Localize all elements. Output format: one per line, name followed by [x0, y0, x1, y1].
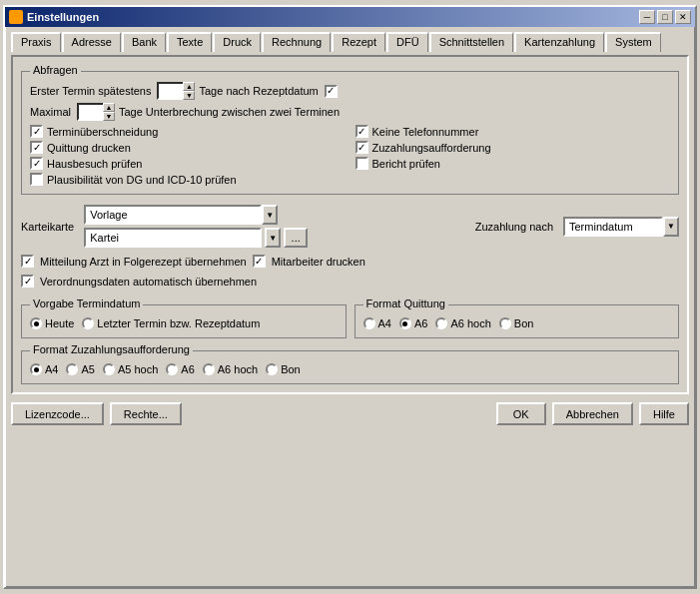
fz-a4-item: A4: [30, 363, 58, 375]
maximize-button[interactable]: □: [657, 10, 673, 24]
terminueberschneidung-checkbox[interactable]: [30, 125, 43, 138]
fq-a6hoch-label: A6 hoch: [450, 317, 490, 329]
tab-dfue[interactable]: DFÜ: [386, 32, 428, 52]
bottom-buttons: Lizenzcode... Rechte... OK Abbrechen Hil…: [11, 398, 689, 425]
heute-radio-item: Heute: [30, 317, 74, 329]
maximal-label: Maximal: [30, 106, 71, 118]
rechte-button[interactable]: Rechte...: [110, 402, 182, 425]
verordnungsdaten-checkbox[interactable]: [21, 275, 34, 288]
kartei-dropdown-btn[interactable]: ▼: [265, 228, 281, 248]
letzter-termin-radio[interactable]: [82, 317, 94, 329]
tab-rezept[interactable]: Rezept: [332, 32, 385, 52]
erster-termin-input[interactable]: 28: [161, 85, 183, 97]
abbrechen-button[interactable]: Abbrechen: [552, 402, 633, 425]
maximal-down[interactable]: ▼: [103, 112, 115, 121]
maximal-up[interactable]: ▲: [103, 103, 115, 112]
vorgabe-termindatum-radios: Heute Letzter Termin bzw. Rezeptdatum: [30, 317, 338, 329]
verordnungsdaten-row: Verordnungsdaten automatisch übernehmen: [21, 275, 679, 288]
maximal-spinbox[interactable]: 14 ▲ ▼: [77, 103, 113, 121]
tab-texte[interactable]: Texte: [167, 32, 212, 52]
erster-termin-spinbox[interactable]: 28 ▲ ▼: [157, 82, 193, 100]
vorlage-dropdown-btn[interactable]: ▼: [262, 205, 278, 225]
tage-unter-label: Tage Unterbrechung zwischen zwei Termine…: [119, 106, 340, 118]
maximal-row: Maximal 14 ▲ ▼ Tage Unterbrechung zwisch…: [30, 103, 670, 121]
format-zuzahlung-title: Format Zuzahlungsaufforderung: [30, 343, 193, 355]
bericht-pruefen-checkbox[interactable]: [355, 157, 368, 170]
ok-button[interactable]: OK: [496, 402, 546, 425]
fz-a5-radio[interactable]: [66, 363, 78, 375]
fq-bon-radio[interactable]: [499, 317, 511, 329]
fz-a5hoch-radio[interactable]: [103, 363, 115, 375]
fq-a4-item: A4: [363, 317, 391, 329]
plausibilitaet-row: Plausibilität von DG und ICD-10 prüfen: [30, 173, 346, 186]
mitteilung-arzt-label: Mitteilung Arzt in Folgerezept übernehme…: [40, 256, 247, 268]
quittung-drucken-checkbox[interactable]: [30, 141, 43, 154]
erster-termin-row: Erster Termin spätestens 28 ▲ ▼ Tage nac…: [30, 82, 670, 100]
fz-bon-label: Bon: [281, 363, 301, 375]
erster-termin-arrows: ▲ ▼: [183, 82, 195, 100]
fz-a4-radio[interactable]: [30, 363, 42, 375]
heute-radio[interactable]: [30, 317, 42, 329]
lizenzcode-button[interactable]: Lizenzcode...: [11, 402, 104, 425]
tage-nach-checkbox[interactable]: [325, 85, 338, 98]
fz-a5hoch-item: A5 hoch: [103, 363, 158, 375]
terminueberschneidung-label: Terminüberschneidung: [47, 126, 158, 138]
letzter-termin-radio-item: Letzter Termin bzw. Rezeptdatum: [82, 317, 260, 329]
tab-system[interactable]: System: [605, 32, 661, 52]
maximal-input[interactable]: 14: [81, 106, 103, 118]
abfragen-title: Abfragen: [30, 64, 81, 76]
fz-bon-radio[interactable]: [266, 363, 278, 375]
maximal-arrows: ▲ ▼: [103, 103, 115, 121]
hausbesuch-checkbox[interactable]: [30, 157, 43, 170]
mitarbeiter-drucken-label: Mitarbeiter drucken: [272, 256, 365, 268]
title-bar: Einstellungen ─ □ ✕: [5, 7, 695, 27]
tab-schnittstellen[interactable]: Schnittstellen: [429, 32, 513, 52]
zuzahlungsaufforderung-checkbox[interactable]: [355, 141, 368, 154]
main-panel: Abfragen Erster Termin spätestens 28 ▲ ▼…: [11, 55, 689, 394]
zuzahlung-dropdown-btn[interactable]: ▼: [663, 217, 679, 237]
fq-a4-radio[interactable]: [363, 317, 375, 329]
hausbesuch-row: Hausbesuch prüfen: [30, 157, 346, 170]
heute-label: Heute: [45, 317, 74, 329]
fz-a6-label: A6: [181, 363, 194, 375]
tab-druck[interactable]: Druck: [213, 32, 261, 52]
mitteilung-row: Mitteilung Arzt in Folgerezept übernehme…: [21, 255, 679, 268]
tab-adresse[interactable]: Adresse: [62, 32, 121, 52]
fz-a6-radio[interactable]: [166, 363, 178, 375]
fq-bon-item: Bon: [499, 317, 534, 329]
hausbesuch-label: Hausbesuch prüfen: [47, 158, 142, 170]
minimize-button[interactable]: ─: [639, 10, 655, 24]
fz-a6hoch-radio[interactable]: [203, 363, 215, 375]
terminueberschneidung-row: Terminüberschneidung: [30, 125, 346, 138]
erster-termin-up[interactable]: ▲: [183, 82, 195, 91]
keine-telefonnummer-label: Keine Telefonnummer: [372, 126, 479, 138]
fz-a6hoch-item: A6 hoch: [203, 363, 258, 375]
format-zuzahlung-group: Format Zuzahlungsaufforderung A4 A5 A5 h…: [21, 350, 679, 384]
fq-a6hoch-radio[interactable]: [435, 317, 447, 329]
hilfe-button[interactable]: Hilfe: [639, 402, 689, 425]
tab-bank[interactable]: Bank: [122, 32, 166, 52]
fz-a4-label: A4: [45, 363, 58, 375]
abfragen-group: Abfragen Erster Termin spätestens 28 ▲ ▼…: [21, 71, 679, 195]
vorgabe-termindatum-group: Vorgabe Termindatum Heute Letzter Termin…: [21, 304, 347, 338]
erster-termin-label: Erster Termin spätestens: [30, 85, 151, 97]
mitarbeiter-drucken-checkbox[interactable]: [253, 255, 266, 268]
fz-bon-item: Bon: [266, 363, 301, 375]
browse-button[interactable]: ...: [284, 228, 308, 248]
tab-kartenzahlung[interactable]: Kartenzahlung: [514, 32, 604, 52]
title-controls: ─ □ ✕: [639, 10, 691, 24]
fq-a4-label: A4: [378, 317, 391, 329]
fz-a6hoch-label: A6 hoch: [218, 363, 258, 375]
fq-a6-radio[interactable]: [399, 317, 411, 329]
plausibilitaet-label: Plausibilität von DG und ICD-10 prüfen: [47, 174, 237, 186]
plausibilitaet-checkbox[interactable]: [30, 173, 43, 186]
tab-praxis[interactable]: Praxis: [11, 32, 61, 52]
mitteilung-arzt-checkbox[interactable]: [21, 255, 34, 268]
close-button[interactable]: ✕: [675, 10, 691, 24]
fq-a6-label: A6: [414, 317, 427, 329]
vorlage-dropdown-wrapper: Vorlage ▼: [84, 205, 308, 225]
keine-telefonnummer-checkbox[interactable]: [355, 125, 368, 138]
tab-rechnung[interactable]: Rechnung: [262, 32, 331, 52]
verordnungsdaten-label: Verordnungsdaten automatisch übernehmen: [40, 276, 257, 288]
erster-termin-down[interactable]: ▼: [183, 91, 195, 100]
